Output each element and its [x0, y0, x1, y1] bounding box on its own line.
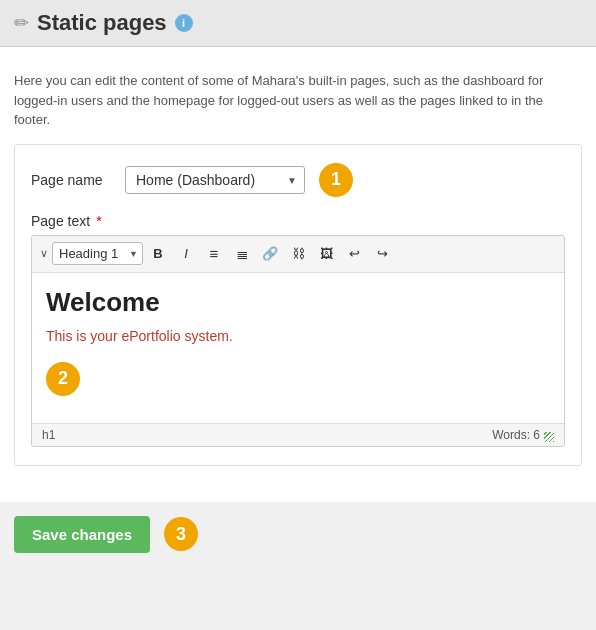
form-section: Page name Home (Dashboard) Home (Logged … [14, 144, 582, 466]
word-count: Words: 6 [492, 428, 540, 442]
editor-container: ∨ Heading 1 Heading 2 Heading 3 Paragrap… [31, 235, 565, 447]
editor-toolbar: ∨ Heading 1 Heading 2 Heading 3 Paragrap… [32, 236, 564, 273]
page-name-label: Page name [31, 172, 111, 188]
page-header: ✏ Static pages i [0, 0, 596, 47]
editor-body-text: This is your ePortfolio system. [46, 328, 550, 344]
info-icon[interactable]: i [175, 14, 193, 32]
editor-heading: Welcome [46, 287, 550, 318]
resize-handle[interactable] [544, 432, 554, 442]
image-button[interactable]: 🖼 [313, 241, 339, 267]
link-button[interactable]: 🔗 [257, 241, 283, 267]
italic-button[interactable]: I [173, 241, 199, 267]
step3-badge: 3 [164, 517, 198, 551]
step1-badge: 1 [319, 163, 353, 197]
page-name-select[interactable]: Home (Dashboard) Home (Logged out) Regis… [125, 166, 305, 194]
bold-button[interactable]: B [145, 241, 171, 267]
page-text-section: Page text * ∨ Heading 1 Heading 2 Headin… [31, 213, 565, 447]
editor-footer: h1 Words: 6 [32, 423, 564, 446]
pencil-icon: ✏ [14, 12, 29, 34]
page-text-label-row: Page text * [31, 213, 565, 229]
bottom-section: Save changes 3 [0, 502, 596, 567]
redo-button[interactable]: ↪ [369, 241, 395, 267]
step2-badge: 2 [46, 362, 80, 396]
heading-select[interactable]: Heading 1 Heading 2 Heading 3 Paragraph [52, 242, 143, 265]
ordered-list-button[interactable]: ≣ [229, 241, 255, 267]
unlink-button[interactable]: ⛓ [285, 241, 311, 267]
undo-button[interactable]: ↩ [341, 241, 367, 267]
editor-body[interactable]: Welcome This is your ePortfolio system. … [32, 273, 564, 423]
main-content: Here you can edit the content of some of… [0, 47, 596, 502]
page-title: Static pages [37, 10, 167, 36]
toolbar-chevron[interactable]: ∨ [38, 247, 50, 260]
required-marker: * [96, 213, 101, 229]
heading-select-wrapper: Heading 1 Heading 2 Heading 3 Paragraph [52, 242, 143, 265]
bullet-list-button[interactable]: ≡ [201, 241, 227, 267]
editor-tag: h1 [42, 428, 55, 442]
save-changes-button[interactable]: Save changes [14, 516, 150, 553]
page-text-label-text: Page text [31, 213, 90, 229]
description-text: Here you can edit the content of some of… [14, 61, 582, 144]
page-name-row: Page name Home (Dashboard) Home (Logged … [31, 163, 565, 197]
page-name-select-wrapper: Home (Dashboard) Home (Logged out) Regis… [125, 166, 305, 194]
